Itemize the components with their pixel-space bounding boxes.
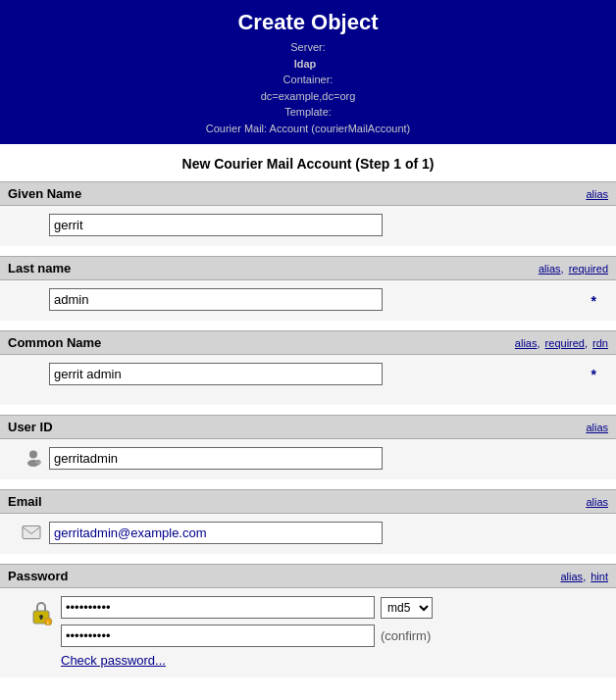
alias-tag-pwd[interactable]: alias bbox=[561, 571, 584, 582]
password-tags: alias, hint bbox=[559, 571, 609, 582]
page-title: Create Object bbox=[0, 10, 616, 35]
email-header: Email alias bbox=[0, 489, 616, 514]
required-tag-cn[interactable]: required bbox=[545, 337, 585, 349]
email-label: Email bbox=[8, 494, 42, 509]
create-button-row: Create Object bbox=[0, 687, 616, 700]
user-id-body: ? bbox=[0, 439, 616, 479]
svg-point-0 bbox=[29, 450, 37, 458]
page-header: Create Object Server: ldap Container: dc… bbox=[0, 0, 616, 144]
hash-select[interactable]: md5 sha crypt plain bbox=[381, 597, 433, 619]
last-name-header: Last name alias, required bbox=[0, 256, 616, 280]
server-info: Server: ldap Container: dc=example,dc=or… bbox=[0, 39, 616, 104]
lock-icon: i bbox=[29, 596, 53, 628]
given-name-header: Given Name alias bbox=[0, 181, 616, 206]
user-id-tags: alias bbox=[584, 422, 608, 433]
alias-tag-uid[interactable]: alias bbox=[586, 422, 608, 433]
common-name-input[interactable] bbox=[49, 363, 383, 385]
person-icon: ? bbox=[25, 449, 42, 470]
user-id-header: User ID alias bbox=[0, 415, 616, 439]
last-name-label: Last name bbox=[8, 261, 71, 275]
common-name-asterisk: * bbox=[591, 367, 596, 382]
password-confirm-row: (confirm) bbox=[61, 625, 596, 647]
password-label: Password bbox=[8, 569, 68, 583]
given-name-body bbox=[0, 206, 616, 246]
email-input[interactable] bbox=[49, 522, 383, 544]
svg-rect-7 bbox=[40, 617, 42, 620]
last-name-tags: alias, required bbox=[537, 263, 608, 275]
password-section: Password alias, hint i bbox=[0, 564, 616, 677]
alias-tag-last[interactable]: alias bbox=[539, 263, 561, 275]
given-name-label: Given Name bbox=[8, 186, 81, 201]
check-password-link[interactable]: Check password... bbox=[20, 653, 596, 668]
template-info: Template: Courier Mail: Account (courier… bbox=[0, 104, 616, 136]
given-name-section: Given Name alias bbox=[0, 181, 616, 246]
user-id-section: User ID alias ? bbox=[0, 415, 616, 479]
given-name-tags: alias bbox=[584, 188, 608, 200]
last-name-body: * bbox=[0, 280, 616, 321]
alias-tag-cn[interactable]: alias bbox=[515, 337, 538, 349]
svg-rect-4 bbox=[23, 525, 40, 538]
common-name-label: Common Name bbox=[8, 335, 101, 350]
form-title: New Courier Mail Account (Step 1 of 1) bbox=[0, 144, 616, 181]
required-tag-last[interactable]: required bbox=[569, 263, 608, 275]
password-body: i md5 sha crypt plain (confirm bbox=[0, 588, 616, 677]
confirm-label: (confirm) bbox=[381, 628, 431, 643]
alias-tag-email[interactable]: alias bbox=[586, 496, 608, 508]
last-name-input[interactable] bbox=[49, 288, 383, 311]
email-body bbox=[0, 514, 616, 554]
common-name-tags: alias, required, rdn bbox=[513, 337, 608, 349]
email-tags: alias bbox=[584, 496, 608, 508]
alias-tag-given[interactable]: alias bbox=[586, 188, 608, 200]
rdn-tag-cn[interactable]: rdn bbox=[592, 337, 608, 349]
hint-tag-pwd[interactable]: hint bbox=[590, 571, 608, 582]
user-id-label: User ID bbox=[8, 420, 53, 434]
email-section: Email alias bbox=[0, 489, 616, 554]
email-icon bbox=[22, 525, 41, 543]
user-id-input[interactable] bbox=[49, 447, 383, 470]
common-name-header: Common Name alias, required, rdn bbox=[0, 330, 616, 355]
header-meta: Server: ldap Container: dc=example,dc=or… bbox=[0, 39, 616, 136]
password-input-row: md5 sha crypt plain bbox=[61, 596, 596, 619]
last-name-section: Last name alias, required * bbox=[0, 256, 616, 321]
given-name-input[interactable] bbox=[49, 214, 383, 236]
last-name-asterisk: * bbox=[591, 293, 596, 309]
password-input[interactable] bbox=[61, 596, 375, 619]
common-name-body: * bbox=[0, 355, 616, 405]
common-name-section: Common Name alias, required, rdn * bbox=[0, 330, 616, 405]
password-confirm-input[interactable] bbox=[61, 625, 375, 647]
password-header: Password alias, hint bbox=[0, 564, 616, 588]
password-fields: md5 sha crypt plain (confirm) bbox=[61, 596, 596, 647]
